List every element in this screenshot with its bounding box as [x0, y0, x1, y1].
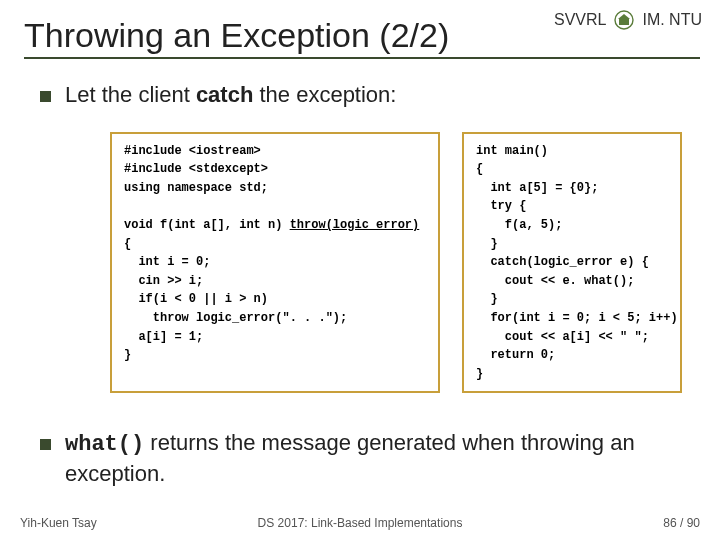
code-left-sig-underline: throw(logic_error): [290, 218, 420, 232]
org-left: SVVRL: [554, 11, 606, 29]
code-row: #include <iostream> #include <stdexcept>…: [110, 132, 700, 394]
code-box-right: int main() { int a[5] = {0}; try { f(a, …: [462, 132, 682, 394]
code-left-sig-pre: void f(int a[], int n): [124, 218, 290, 232]
slide: SVVRL IM. NTU Throwing an Exception (2/2…: [0, 0, 720, 540]
footer-author: Yih-Kuen Tsay: [20, 516, 97, 530]
header-affiliation: SVVRL IM. NTU: [554, 10, 702, 30]
code-left-block1: #include <iostream> #include <stdexcept>…: [124, 144, 268, 195]
bullet-2-mono: what(): [65, 432, 144, 457]
bullet-1-text: Let the client catch the exception:: [65, 81, 396, 110]
org-right: IM. NTU: [642, 11, 702, 29]
bullet-icon: [40, 91, 51, 102]
ntu-logo-icon: [614, 10, 634, 30]
bullet-2: what() returns the message generated whe…: [40, 429, 700, 488]
footer-course: DS 2017: Link-Based Implementations: [258, 516, 463, 530]
title-divider: [24, 57, 700, 59]
bullet-1-pre: Let the client: [65, 82, 196, 107]
bullet-icon: [40, 439, 51, 450]
bullet-2-text: what() returns the message generated whe…: [65, 429, 700, 488]
bullet-1-post: the exception:: [253, 82, 396, 107]
svg-rect-1: [619, 19, 629, 25]
footer-page: 86 / 90: [663, 516, 700, 530]
code-box-left: #include <iostream> #include <stdexcept>…: [110, 132, 440, 394]
code-left-block2: { int i = 0; cin >> i; if(i < 0 || i > n…: [124, 237, 347, 363]
footer: Yih-Kuen Tsay DS 2017: Link-Based Implem…: [0, 516, 720, 530]
bullet-1-strong: catch: [196, 82, 253, 107]
svg-marker-2: [618, 14, 630, 19]
bullet-2-rest: returns the message generated when throw…: [65, 430, 635, 486]
bullet-1: Let the client catch the exception:: [40, 81, 700, 110]
